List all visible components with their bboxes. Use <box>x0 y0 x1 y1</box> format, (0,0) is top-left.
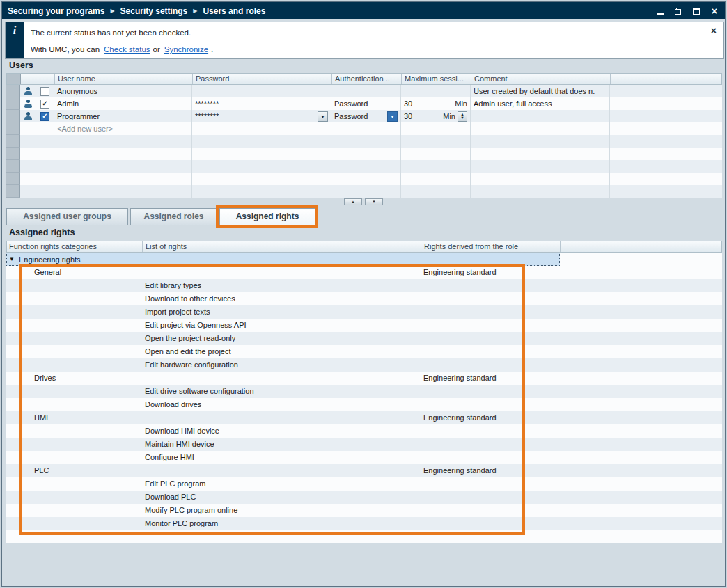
user-name-cell[interactable]: Anonymous <box>54 85 192 97</box>
restore-icon <box>675 8 682 15</box>
rights-row[interactable]: Open the project read-only <box>6 332 722 345</box>
user-name-cell[interactable]: Programmer <box>54 110 192 122</box>
user-max-session-cell[interactable] <box>401 122 471 135</box>
max-session-unit: Min <box>455 100 467 108</box>
synchronize-link[interactable]: Synchronize <box>164 45 208 54</box>
password-dropdown-button[interactable]: ▼ <box>318 111 328 122</box>
rights-row[interactable]: Edit PLC program <box>6 477 722 491</box>
user-authentication-cell[interactable] <box>331 122 401 135</box>
empty-cell <box>20 173 36 185</box>
maximize-icon <box>693 8 700 15</box>
close-button[interactable]: × <box>710 6 719 17</box>
rights-row[interactable]: Download PLC <box>6 491 722 504</box>
rights-row[interactable]: Modify PLC program online <box>6 504 722 517</box>
rights-row[interactable]: Edit project via Openness API <box>6 319 722 332</box>
user-row[interactable]: AnonymousUser created by default that do… <box>6 85 722 97</box>
rights-row[interactable]: GeneralEngineering standard <box>6 266 722 279</box>
user-enabled-cell: ✓ <box>36 97 54 110</box>
empty-cell <box>610 185 722 198</box>
rights-row[interactable]: Edit drive software configuration <box>6 385 722 398</box>
empty-cell <box>401 148 471 160</box>
rights-row[interactable]: Configure HMI <box>6 451 722 464</box>
user-icon-body <box>24 116 32 120</box>
info-actions: With UMC, you can Check status or Synchr… <box>31 45 213 54</box>
scroll-down-button[interactable]: ▼ <box>365 198 383 205</box>
rights-category-cell: General <box>6 266 142 279</box>
breadcrumb-separator-icon: ▶ <box>110 8 114 14</box>
rights-category-cell <box>6 517 142 530</box>
user-enabled-checkbox[interactable]: ✓ <box>40 100 49 109</box>
user-password-cell[interactable]: ********▼ <box>192 110 331 122</box>
user-password-cell[interactable] <box>192 122 331 135</box>
empty-cell <box>331 173 401 185</box>
user-row[interactable]: ✓Admin********Password30MinAdmin user, f… <box>6 97 722 110</box>
restore-button[interactable] <box>673 6 683 17</box>
info-icon: i <box>6 22 24 58</box>
user-authentication-cell[interactable] <box>331 85 401 97</box>
check-status-link[interactable]: Check status <box>104 45 150 54</box>
rights-row[interactable]: Import project texts <box>6 305 722 319</box>
user-enabled-checkbox[interactable] <box>40 87 49 96</box>
user-authentication-cell[interactable]: Password▼ <box>331 110 401 122</box>
row-filler <box>560 266 722 279</box>
rights-row[interactable]: Download to other devices <box>6 292 722 305</box>
user-comment-cell[interactable] <box>471 122 610 135</box>
users-column-header-icon <box>21 74 36 84</box>
user-max-session-cell[interactable]: 30Min <box>401 97 471 110</box>
empty-row <box>6 530 722 543</box>
rights-category-cell <box>6 279 142 292</box>
rights-row[interactable]: PLCEngineering standard <box>6 464 722 477</box>
authentication-dropdown-button[interactable]: ▼ <box>387 111 398 122</box>
session-timeout-spinner[interactable]: ▲▼ <box>458 111 467 122</box>
tab-assigned-rights[interactable]: Assigned rights <box>219 208 315 225</box>
user-max-session-cell[interactable] <box>401 85 471 97</box>
user-row[interactable]: ✓Programmer********▼Password▼30Min▲▼ <box>6 110 722 122</box>
rights-name-cell: Import project texts <box>142 305 419 319</box>
expander-icon[interactable]: ▼ <box>9 257 15 262</box>
user-password-cell[interactable]: ******** <box>192 97 331 110</box>
tab-assigned-user-groups[interactable]: Assigned user groups <box>6 208 128 225</box>
authentication-value: Password <box>334 112 368 120</box>
user-comment-cell[interactable]: User created by default that does n. <box>471 85 610 97</box>
rights-row[interactable]: Download HMI device <box>6 424 722 438</box>
user-row[interactable]: <Add new user> <box>6 122 722 135</box>
row-header <box>6 122 20 135</box>
user-comment-cell[interactable]: Admin user, full access <box>471 97 610 110</box>
row-filler <box>610 110 722 122</box>
rights-category-cell <box>6 438 142 451</box>
rights-row[interactable]: Edit hardware configuration <box>6 358 722 372</box>
breadcrumb-item-users-and-roles[interactable]: Users and roles <box>203 6 265 16</box>
empty-cell <box>54 185 192 198</box>
user-enabled-checkbox[interactable]: ✓ <box>40 112 49 121</box>
maximize-button[interactable] <box>691 6 701 17</box>
empty-cell <box>20 148 36 160</box>
breadcrumb-item-securing-your-programs[interactable]: Securing your programs <box>8 6 104 16</box>
rights-row[interactable]: Monitor PLC program <box>6 517 722 530</box>
user-authentication-cell[interactable]: Password <box>331 97 401 110</box>
user-name-cell[interactable]: Admin <box>54 97 192 110</box>
rights-derived-cell <box>419 491 560 504</box>
rights-row[interactable]: Open and edit the project <box>6 345 722 358</box>
user-max-session-cell[interactable]: 30Min▲▼ <box>401 110 471 122</box>
rights-root-row[interactable]: ▼Engineering rights <box>6 253 722 266</box>
scroll-up-button[interactable]: ▲ <box>344 198 362 205</box>
empty-cell <box>471 135 610 148</box>
minimize-button[interactable] <box>655 6 665 17</box>
info-actions-or: or <box>153 45 160 54</box>
rights-row[interactable]: Download drives <box>6 398 722 411</box>
user-password-cell[interactable] <box>192 85 331 97</box>
rights-category-cell <box>6 504 142 517</box>
add-new-user[interactable]: <Add new user> <box>54 122 192 135</box>
user-comment-cell[interactable] <box>471 110 610 122</box>
row-header <box>6 135 20 148</box>
rights-row[interactable]: Maintain HMI device <box>6 438 722 451</box>
close-icon[interactable]: × <box>711 25 717 36</box>
rights-row[interactable]: HMIEngineering standard <box>6 411 722 424</box>
breadcrumb-item-security-settings[interactable]: Security settings <box>120 6 188 16</box>
rights-row[interactable]: DrivesEngineering standard <box>6 372 722 385</box>
empty-cell <box>6 530 142 543</box>
rights-category-cell <box>6 345 142 358</box>
tab-assigned-roles[interactable]: Assigned roles <box>130 208 217 225</box>
rights-row[interactable]: Edit library types <box>6 279 722 292</box>
empty-cell <box>36 135 54 148</box>
